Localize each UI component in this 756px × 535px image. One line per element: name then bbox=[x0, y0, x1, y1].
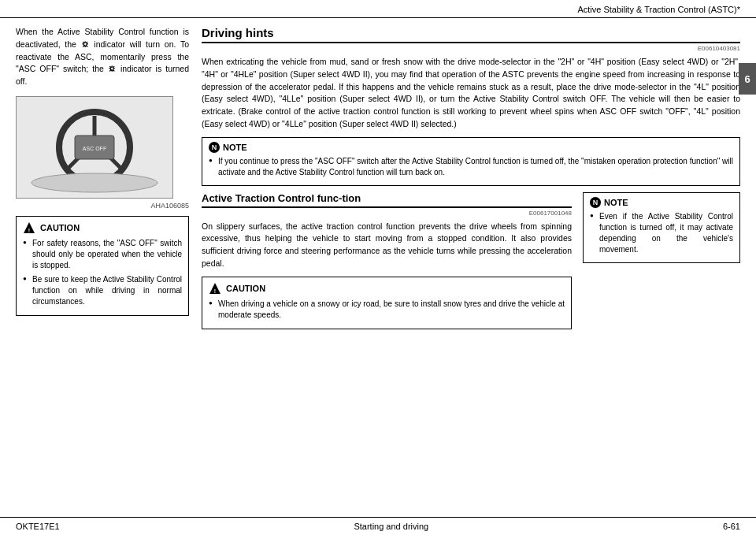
right-column: Driving hints E00610403081 When extricat… bbox=[202, 26, 740, 486]
driving-hints-section: Driving hints E00610403081 When extricat… bbox=[202, 26, 740, 186]
header-title: Active Stability & Traction Control (AST… bbox=[577, 5, 740, 14]
driving-hints-note-text: If you continue to press the "ASC OFF" s… bbox=[209, 156, 733, 178]
active-traction-caution-box: ! CAUTION When driving a vehicle on a sn… bbox=[202, 277, 572, 329]
footer-right: 6-61 bbox=[723, 522, 740, 531]
active-traction-note-section: N NOTE Even if the Active Stability Cont… bbox=[583, 192, 740, 336]
diagram-label: AHA106085 bbox=[16, 202, 189, 210]
header: Active Stability & Traction Control (AST… bbox=[0, 0, 756, 18]
right-note-icon: N bbox=[590, 197, 601, 208]
chapter-marker: 6 bbox=[739, 63, 756, 95]
left-caution-box: ! CAUTION For safety reasons, the "ASC O… bbox=[16, 216, 189, 316]
footer-center: Starting and driving bbox=[354, 522, 428, 531]
driving-hints-note-label: NOTE bbox=[223, 143, 247, 152]
driving-hints-text: When extricating the vehicle from mud, s… bbox=[202, 56, 740, 131]
active-traction-note-list: Even if the Active Stability Control fun… bbox=[590, 211, 733, 255]
svg-text:!: ! bbox=[28, 227, 30, 232]
active-traction-title: Active Traction Control func-tion bbox=[202, 192, 572, 208]
active-traction-caution-header: ! CAUTION bbox=[209, 282, 565, 295]
active-traction-note-label: NOTE bbox=[604, 198, 628, 207]
left-caution-list: For safety reasons, the "ASC OFF" switch… bbox=[23, 238, 182, 307]
footer: OKTE17E1 Starting and driving 6-61 bbox=[0, 517, 756, 535]
main-content: When the Active Stability Control functi… bbox=[0, 18, 756, 510]
caution-triangle-icon: ! bbox=[23, 221, 35, 234]
active-traction-caution-list: When driving a vehicle on a snowy or icy… bbox=[209, 299, 565, 321]
active-traction-note-text: Even if the Active Stability Control fun… bbox=[590, 211, 733, 255]
driving-hints-note-header: N NOTE bbox=[209, 142, 733, 153]
active-traction-caution-label: CAUTION bbox=[226, 284, 265, 293]
active-traction-note-box: N NOTE Even if the Active Stability Cont… bbox=[583, 192, 740, 263]
svg-point-7 bbox=[32, 173, 158, 192]
page: Active Stability & Traction Control (AST… bbox=[0, 0, 756, 535]
driving-hints-title: Driving hints bbox=[202, 26, 740, 43]
active-traction-caution-item-1: When driving a vehicle on a snowy or icy… bbox=[209, 299, 565, 321]
active-traction-note-header: N NOTE bbox=[590, 197, 733, 208]
right-bottom: Active Traction Control func-tion E00617… bbox=[202, 192, 740, 336]
active-traction-code: E00617001048 bbox=[202, 210, 572, 217]
left-caution-item-2: Be sure to keep the Active Stability Con… bbox=[23, 274, 182, 307]
active-traction-section: Active Traction Control func-tion E00617… bbox=[202, 192, 572, 336]
left-caution-label: CAUTION bbox=[40, 223, 80, 232]
active-traction-text: On slippery surfaces, the active tractio… bbox=[202, 221, 572, 270]
steering-diagram: ASC OFF bbox=[16, 96, 173, 199]
left-caution-item-1: For safety reasons, the "ASC OFF" switch… bbox=[23, 238, 182, 271]
driving-hints-note-box: N NOTE If you continue to press the "ASC… bbox=[202, 137, 740, 186]
left-column: When the Active Stability Control functi… bbox=[16, 26, 189, 486]
footer-left: OKTE17E1 bbox=[16, 522, 60, 531]
intro-text: When the Active Stability Control functi… bbox=[16, 26, 189, 88]
left-caution-header: ! CAUTION bbox=[23, 221, 182, 234]
active-traction-caution-icon: ! bbox=[209, 282, 221, 295]
svg-text:ASC OFF: ASC OFF bbox=[83, 146, 106, 151]
svg-text:!: ! bbox=[214, 288, 216, 293]
driving-hints-code: E00610403081 bbox=[202, 45, 740, 52]
note-icon: N bbox=[209, 142, 220, 153]
driving-hints-note-list: If you continue to press the "ASC OFF" s… bbox=[209, 156, 733, 178]
